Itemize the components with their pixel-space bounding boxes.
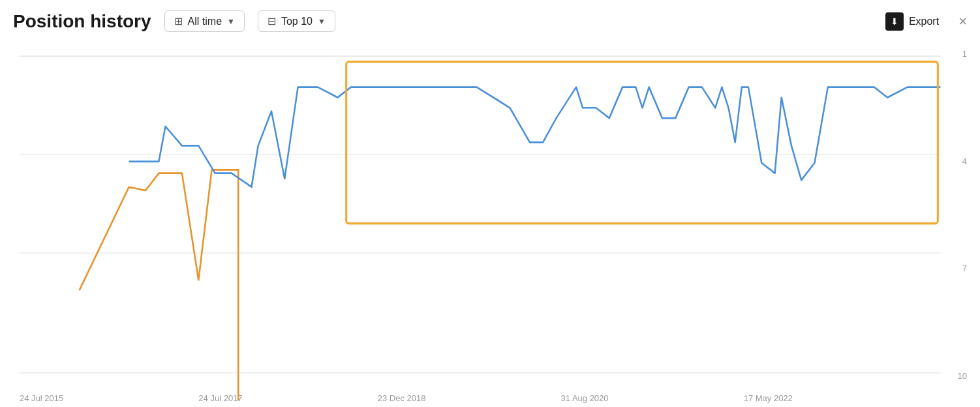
chart-area: 24 Jul 2015 24 Jul 2017 23 Dec 2018 31 A… — [13, 42, 967, 400]
orange-line — [80, 170, 239, 400]
y-label-10: 10 — [949, 371, 967, 381]
y-label-1: 1 — [949, 49, 967, 59]
x-label-5: 17 May 2022 — [744, 393, 793, 403]
top10-filter-button[interactable]: ⊟ Top 10 ▼ — [258, 10, 335, 32]
calendar-icon: ⊞ — [174, 15, 183, 27]
x-label-1: 24 Jul 2015 — [20, 393, 63, 403]
page-title: Position history — [13, 11, 151, 32]
x-label-4: 31 Aug 2020 — [561, 393, 609, 403]
all-time-filter-button[interactable]: ⊞ All time ▼ — [164, 10, 245, 32]
blue-line — [129, 87, 941, 187]
chevron-down-icon: ▼ — [227, 17, 235, 26]
table-icon: ⊟ — [268, 15, 276, 27]
top10-label: Top 10 — [281, 16, 313, 27]
x-label-2: 24 Jul 2017 — [198, 393, 242, 403]
all-time-label: All time — [188, 16, 222, 27]
chevron-down-icon-2: ▼ — [318, 17, 326, 26]
close-icon: × — [958, 13, 967, 29]
x-label-3: 23 Dec 2018 — [378, 393, 426, 403]
header: Position history ⊞ All time ▼ ⊟ Top 10 ▼… — [13, 10, 967, 32]
export-label: Export — [909, 16, 939, 27]
y-label-4: 4 — [949, 157, 967, 166]
close-button[interactable]: × — [958, 13, 967, 30]
y-label-7: 7 — [949, 264, 967, 273]
position-history-container: Position history ⊞ All time ▼ ⊟ Top 10 ▼… — [0, 0, 980, 407]
highlight-box — [346, 62, 938, 224]
download-icon: ⬇ — [885, 12, 904, 31]
position-history-chart — [13, 42, 967, 400]
export-button[interactable]: ⬇ Export — [885, 12, 939, 31]
chart-svg-container: 24 Jul 2015 24 Jul 2017 23 Dec 2018 31 A… — [13, 42, 967, 400]
